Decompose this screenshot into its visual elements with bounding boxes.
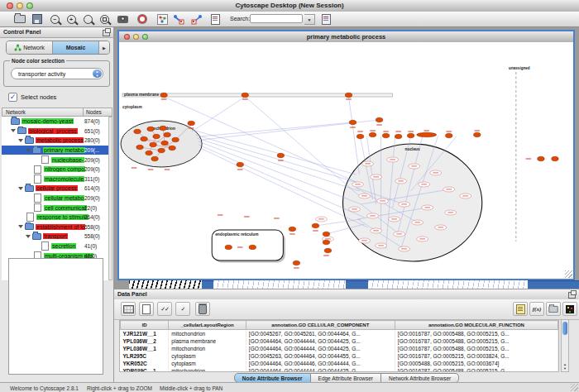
tree-column-nodes[interactable]: Nodes bbox=[84, 108, 112, 116]
scrollbar-thumb[interactable] bbox=[562, 322, 567, 335]
float-panel-icon[interactable] bbox=[103, 30, 110, 36]
folder-icon bbox=[25, 137, 34, 144]
table-cell: [GO:0044464, GO:0044446, GO:0044444, G..… bbox=[246, 360, 395, 367]
tab-overflow-arrow-icon[interactable]: ▶ bbox=[99, 41, 109, 54]
expand-triangle-icon[interactable] bbox=[26, 235, 31, 238]
help-icon[interactable] bbox=[134, 12, 151, 26]
expand-triangle-icon[interactable] bbox=[11, 129, 16, 132]
svg-text:endoplasmic reticulum: endoplasmic reticulum bbox=[215, 232, 258, 237]
function-builder-icon[interactable]: f(x) bbox=[529, 302, 544, 316]
network-tree: mosaic-demo-yeast874(0)biological_proces… bbox=[2, 117, 108, 280]
table-cell: [GO:0045267, GO:0045261, GO:0044464, G..… bbox=[246, 330, 395, 338]
tree-label: response to stimulu bbox=[36, 214, 89, 220]
birdseye-view[interactable] bbox=[8, 258, 103, 375]
table-cell: mitochondrion bbox=[169, 345, 246, 352]
import-attributes-icon[interactable] bbox=[546, 302, 561, 316]
layout-a-icon[interactable] bbox=[170, 12, 187, 26]
tree-row[interactable]: mosaic-demo-yeast874(0) bbox=[2, 117, 108, 127]
folder-icon bbox=[32, 233, 41, 240]
tree-row[interactable]: cellular metabo209(0) bbox=[2, 194, 108, 203]
select-nodes-row: ✓ Select nodes bbox=[8, 92, 56, 102]
app-resize-grip-icon[interactable] bbox=[571, 384, 578, 391]
tree-row[interactable]: transport558(0) bbox=[2, 232, 108, 241]
tree-row[interactable]: cellular process614(0) bbox=[2, 184, 108, 194]
tab-mosaic[interactable]: Mosaic bbox=[53, 41, 99, 54]
table-row[interactable]: YPL036W__1mitochondrion[GO:0044464, GO:0… bbox=[121, 345, 558, 352]
table-cell: [GO:0044464, GO:0044444, GO:0044425, G..… bbox=[246, 337, 395, 345]
tree-row[interactable]: nucleobase-209(0) bbox=[2, 155, 108, 165]
unselect-attributes-icon[interactable]: ✓ bbox=[175, 302, 190, 316]
tree-row[interactable]: cell communicat22(0) bbox=[2, 203, 108, 213]
scrollbar-arrows-icon[interactable]: ▲▼ bbox=[562, 362, 568, 370]
tree-row[interactable]: secretion41(0) bbox=[2, 241, 108, 251]
select-nodes-checkbox[interactable]: ✓ bbox=[8, 93, 17, 102]
float-data-panel-icon[interactable] bbox=[568, 292, 576, 299]
tree-count: 874(0) bbox=[84, 118, 100, 124]
occluded-window-fragment bbox=[202, 280, 213, 289]
plugin-manager-icon[interactable] bbox=[318, 12, 334, 26]
tree-row[interactable]: biological_process651(0) bbox=[2, 127, 108, 136]
tree-label: establishment of lo bbox=[36, 224, 85, 230]
tree-row[interactable]: establishment of lo558(0) bbox=[2, 222, 108, 232]
node-color-dropdown[interactable]: transporter activity ▲▼ bbox=[11, 68, 103, 79]
expand-triangle-icon[interactable] bbox=[26, 149, 31, 152]
network-glyph-icon bbox=[157, 14, 168, 25]
tree-row[interactable]: metabolic process280(0) bbox=[2, 136, 108, 146]
tree-row[interactable]: response to stimulu264(0) bbox=[2, 213, 108, 222]
column-header[interactable]: annotation.GO MOLECULAR_FUNCTION bbox=[395, 321, 557, 330]
column-header[interactable]: _cellularLayoutRegion bbox=[169, 321, 246, 330]
annotation-icon[interactable] bbox=[207, 12, 223, 26]
expand-triangle-icon bbox=[26, 198, 31, 198]
tree-row[interactable]: macromolecule311(0) bbox=[2, 174, 108, 184]
new-attribute-icon[interactable] bbox=[139, 302, 154, 316]
snapshot-icon[interactable] bbox=[114, 12, 131, 26]
save-session-icon[interactable] bbox=[29, 12, 45, 26]
network-canvas[interactable]: plasma membranecytoplasmmitochondrionnuc… bbox=[119, 42, 573, 279]
open-session-icon[interactable] bbox=[12, 12, 28, 26]
network-view-window[interactable]: primary metabolic process plasma membran… bbox=[117, 30, 575, 280]
table-scrollbar[interactable]: ▲▼ bbox=[561, 319, 569, 372]
tree-row[interactable]: primary metabo209(... bbox=[2, 146, 108, 155]
network-window-titlebar[interactable]: primary metabolic process bbox=[119, 31, 573, 43]
control-panel-tabbar: Network Mosaic ▶ bbox=[6, 41, 110, 55]
table-row[interactable]: YLR295Ccytoplasm[GO:0045263, GO:0044464,… bbox=[121, 352, 558, 360]
tab-network[interactable]: Network bbox=[7, 41, 53, 54]
search-label: Search: bbox=[230, 16, 250, 22]
tree-column-network[interactable]: Network bbox=[2, 108, 84, 116]
page-icon bbox=[34, 194, 41, 203]
tree-count: 311(0) bbox=[84, 176, 99, 182]
app-titlebar[interactable]: Cytoscape Desktop (New Session) bbox=[0, 0, 579, 12]
column-header[interactable]: ID bbox=[121, 321, 169, 330]
delete-attribute-icon[interactable] bbox=[195, 302, 210, 316]
layout-b-icon[interactable] bbox=[189, 12, 205, 26]
table-row[interactable]: YPL036W__2plasma membrane[GO:0044464, GO… bbox=[121, 337, 558, 345]
zoom-out-icon[interactable]: − bbox=[46, 12, 63, 26]
table-cell: [GO:0005488, GO:0005215, GO:0003674] bbox=[395, 360, 557, 367]
tree-row[interactable]: nitrogen compo209(0) bbox=[2, 165, 108, 174]
search-dropdown-icon[interactable]: ▼ bbox=[304, 14, 315, 25]
zoom-in-icon[interactable]: + bbox=[63, 12, 79, 26]
search-input[interactable] bbox=[250, 14, 303, 23]
attribute-list-icon[interactable] bbox=[513, 302, 528, 316]
expand-triangle-icon[interactable] bbox=[18, 225, 23, 228]
svg-text:cytoplasm: cytoplasm bbox=[122, 105, 142, 109]
occluded-window-fragment bbox=[346, 280, 368, 289]
zoom-selected-region-icon[interactable] bbox=[96, 12, 112, 26]
attribute-matrix-icon[interactable] bbox=[562, 302, 577, 316]
zoom-fit-icon[interactable] bbox=[79, 12, 96, 26]
table-row[interactable]: YDR039C__1mitochondrion[GO:0044464, GO:0… bbox=[121, 367, 558, 372]
table-row[interactable]: YKR052Ccytoplasm[GO:0044464, GO:0044446,… bbox=[121, 360, 558, 367]
select-attributes-icon[interactable]: ✓✓ bbox=[157, 302, 172, 316]
expand-triangle-icon[interactable] bbox=[18, 187, 23, 190]
svg-text:unassigned: unassigned bbox=[509, 66, 530, 70]
window-resize-grip-icon[interactable] bbox=[565, 270, 572, 278]
tree-label: cell communicat bbox=[44, 205, 87, 211]
tree-scrollbar[interactable] bbox=[108, 117, 112, 280]
network-overview-icon[interactable] bbox=[154, 12, 170, 26]
table-cell: YLR295C bbox=[121, 352, 169, 360]
attribute-table-icon[interactable] bbox=[121, 302, 136, 316]
background-windows-strip bbox=[114, 280, 579, 289]
expand-triangle-icon[interactable] bbox=[18, 139, 23, 142]
column-header[interactable]: annotation.GO CELLULAR_COMPONENT bbox=[246, 321, 395, 330]
table-row[interactable]: YJR121W__1mitochondrion[GO:0045267, GO:0… bbox=[121, 330, 558, 338]
